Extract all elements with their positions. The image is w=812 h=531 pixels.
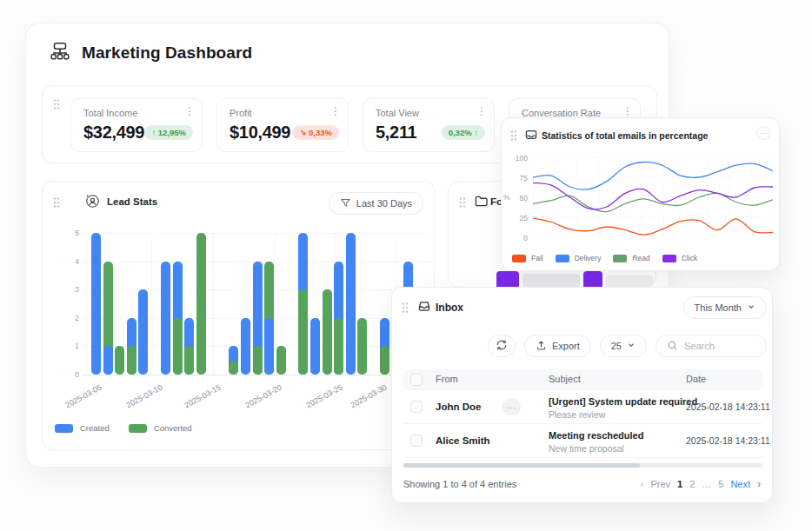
dashboard-header: Marketing Dashboard <box>49 40 252 66</box>
horizontal-scrollbar[interactable] <box>403 463 762 468</box>
legend-label: Click <box>682 254 697 262</box>
row-checkbox[interactable] <box>410 401 423 413</box>
kebab-menu-icon[interactable]: ⋮ <box>476 106 487 116</box>
refresh-icon <box>496 339 508 353</box>
prev-arrow-icon[interactable]: ‹ <box>640 478 643 490</box>
email-date: 2025-02-18 14:23:11 <box>686 402 770 412</box>
export-icon <box>536 340 547 353</box>
drag-handle-icon[interactable] <box>459 196 466 209</box>
refresh-button[interactable] <box>488 335 516 357</box>
table-row[interactable]: John Doe ··· [Urgent] System update requ… <box>403 390 762 424</box>
drag-handle-icon[interactable] <box>53 196 60 209</box>
ellipsis-menu-icon[interactable]: ··· <box>756 126 770 140</box>
column-header-date: Date <box>686 374 706 384</box>
email-subject: Meeting rescheduled <box>549 430 643 441</box>
lead-stats-card: Lead Stats Last 30 Days 543210 2025-03-0… <box>42 181 435 450</box>
trend-badge: ↑ 12,95% <box>144 125 193 140</box>
table-row[interactable]: Alice Smith Meeting rescheduled New time… <box>403 424 762 458</box>
export-button[interactable]: Export <box>524 335 591 357</box>
column-header-from: From <box>436 374 458 384</box>
export-label: Export <box>552 341 580 351</box>
row-checkbox[interactable] <box>410 435 423 447</box>
fail-swatch <box>512 255 526 262</box>
stat-label: Profit <box>230 108 252 118</box>
select-all-checkbox[interactable] <box>410 374 423 386</box>
email-y-axis-unit: % <box>503 193 510 202</box>
stat-card-total-income: Total Income ⋮ $32,499 ↑ 12,95% <box>70 98 203 152</box>
legend-item-read: Read <box>613 254 649 262</box>
sitemap-icon <box>49 40 71 66</box>
email-preview: New time proposal <box>549 443 624 454</box>
email-line-chart <box>533 157 773 237</box>
legend-item-created: Created <box>55 423 110 433</box>
chevron-down-icon <box>747 302 755 313</box>
legend-item-click: Click <box>662 254 697 262</box>
kebab-menu-icon[interactable]: ⋮ <box>622 106 633 116</box>
envelope-icon <box>525 129 537 144</box>
legend-label: Read <box>632 254 649 262</box>
page-size-select[interactable]: 25 <box>600 335 647 357</box>
email-preview: Please review <box>549 409 605 420</box>
page-ellipsis: … <box>702 479 711 489</box>
funnel-icon <box>340 197 351 210</box>
legend-item-fail: Fail <box>512 254 543 262</box>
delivery-swatch <box>556 255 569 262</box>
lead-bar-chart: 543210 <box>43 233 436 375</box>
inbox-toolbar: Export 25 <box>392 335 767 359</box>
period-label: This Month <box>695 302 742 313</box>
hidden-bar <box>606 275 653 287</box>
stat-label: Total View <box>376 108 419 118</box>
read-swatch <box>613 255 627 262</box>
drag-handle-icon[interactable] <box>510 129 517 142</box>
stat-value: 5,211 <box>376 123 416 143</box>
next-button[interactable]: Next <box>730 479 750 489</box>
card-title: Statistics of total emails in percentage <box>542 130 708 141</box>
row-actions-icon[interactable]: ··· <box>502 399 521 415</box>
hidden-bar <box>522 274 580 287</box>
stat-value: $32,499 <box>83 123 144 143</box>
drag-handle-icon[interactable] <box>53 98 60 110</box>
search-box[interactable] <box>656 335 767 357</box>
email-legend: Fail Delivery Read Click <box>512 254 697 262</box>
card-title: Lead Stats <box>107 196 157 207</box>
email-date: 2025-02-18 14:23:11 <box>686 435 770 446</box>
page-title: Marketing Dashboard <box>82 43 252 63</box>
period-select-button[interactable]: This Month <box>683 296 767 319</box>
kebab-menu-icon[interactable]: ⋮ <box>330 106 341 116</box>
pagination: ‹ Prev 1 2 … 5 Next › <box>640 478 761 490</box>
card-title: Inbox <box>436 302 463 314</box>
legend-item-delivery: Delivery <box>556 254 602 262</box>
legend-label: Converted <box>154 423 192 433</box>
next-arrow-icon[interactable]: › <box>757 478 761 490</box>
page-button-1[interactable]: 1 <box>677 479 682 489</box>
trend-badge: 0,32% ↑ <box>442 125 485 140</box>
created-swatch <box>55 424 73 433</box>
table-header: From Subject Date <box>403 369 762 390</box>
stat-value: $10,499 <box>230 123 290 143</box>
column-header-subject: Subject <box>549 374 581 384</box>
folder-icon <box>475 195 488 211</box>
legend-label: Fail <box>531 254 543 262</box>
sender-name: Alice Smith <box>436 435 490 446</box>
page-button-5[interactable]: 5 <box>718 479 723 489</box>
stat-card-profit: Profit ⋮ $10,499 ↘ 0,33% <box>216 98 349 152</box>
kebab-menu-icon[interactable]: ⋮ <box>184 106 195 116</box>
click-swatch <box>662 255 676 262</box>
scrollbar-thumb[interactable] <box>403 463 640 468</box>
search-input[interactable] <box>684 341 759 351</box>
entries-summary: Showing 1 to 4 of 4 entries <box>403 479 516 489</box>
legend-item-converted: Converted <box>129 423 192 433</box>
prev-button[interactable]: Prev <box>650 479 670 489</box>
chevron-down-icon <box>627 341 636 351</box>
drag-handle-icon[interactable] <box>402 302 409 314</box>
email-statistics-card: Statistics of total emails in percentage… <box>501 117 780 271</box>
stat-card-total-view: Total View ⋮ 5,211 0,32% ↑ <box>363 98 495 152</box>
search-icon <box>667 340 678 353</box>
purple-bar <box>496 271 519 287</box>
filter-button-label: Last 30 Days <box>356 198 412 209</box>
stat-label: Total Income <box>83 108 137 118</box>
last-30-days-filter-button[interactable]: Last 30 Days <box>329 192 423 215</box>
page-size-value: 25 <box>611 341 622 351</box>
legend-label: Created <box>80 423 110 433</box>
page-button-2[interactable]: 2 <box>689 479 695 489</box>
